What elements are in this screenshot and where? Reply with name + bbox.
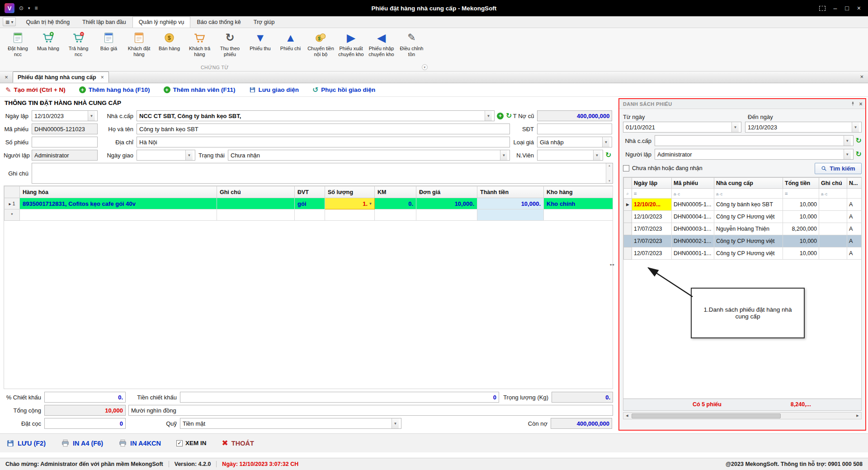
ho-va-ten-input[interactable]: Công ty bánh kẹo SBT: [137, 123, 510, 134]
col-thanh-tien[interactable]: Thành tiền: [477, 186, 544, 198]
cell-km[interactable]: [375, 209, 416, 221]
chevron-down-icon[interactable]: ▼: [593, 150, 600, 160]
cell-so-luong[interactable]: [325, 209, 375, 221]
ribbon-button-thu-theo-phieu[interactable]: ↻ Thu theo phiếu: [215, 29, 245, 58]
ribbon-button-phieu-xuat-chuyen-kho[interactable]: ▶ Phiếu xuất chuyển kho: [336, 29, 366, 58]
tab-thiet-lap-ban-dau[interactable]: Thiết lập ban đầu: [76, 16, 132, 28]
chevron-down-icon[interactable]: ▼: [185, 150, 193, 160]
filter-ngay-lap[interactable]: =: [632, 189, 672, 199]
cell-nha-cung-cap[interactable]: Công ty bánh kẹo SBT: [714, 199, 783, 211]
chevron-down-icon[interactable]: ▼: [602, 137, 609, 147]
preview-checkbox[interactable]: ✓ XEM IN: [176, 440, 207, 446]
chevron-down-icon[interactable]: ▼: [844, 136, 851, 146]
tab-tro-giup[interactable]: Trợ giúp: [247, 16, 281, 28]
chevron-down-icon[interactable]: ▼: [392, 418, 399, 428]
cell-km[interactable]: 0.: [375, 198, 416, 209]
cell-ngay-lap[interactable]: 17/07/2023: [632, 235, 672, 247]
cell-ghi-chu[interactable]: [819, 235, 847, 247]
ribbon-button-bao-gia[interactable]: Báo giá: [94, 29, 124, 52]
filter-ma-phieu[interactable]: a·c: [672, 189, 714, 199]
ribbon-button-phieu-chi[interactable]: ▲ Phiếu chi: [275, 29, 306, 52]
save-button[interactable]: LƯU (F2): [6, 439, 46, 447]
nhan-vien-combo[interactable]: ▼: [537, 150, 603, 161]
filter-tong-tien[interactable]: =: [783, 189, 819, 199]
dat-coc-input[interactable]: 0: [44, 418, 126, 429]
print-a4kcn-button[interactable]: IN A4KCN: [118, 439, 161, 447]
col-nguoi-lap-truncated[interactable]: N...: [847, 178, 862, 189]
cell-ghi-chu[interactable]: [819, 247, 847, 260]
phieu-row-3[interactable]: 17/07/2023 DHN00003-1... Nguyễn Hoàng Th…: [624, 223, 862, 235]
ribbon-button-ban-hang[interactable]: $ Bán hàng: [154, 29, 184, 52]
scrollbar-thumb[interactable]: [632, 413, 781, 418]
cell-tong-tien[interactable]: 10,000: [783, 235, 819, 247]
item-row[interactable]: ▸ 1 8935001712831, Cofitos kẹo cafe gói …: [5, 198, 613, 209]
cell-ghi-chu[interactable]: [217, 209, 295, 221]
cell-ngay-lap[interactable]: 17/07/2023: [632, 223, 672, 235]
cell-don-gia[interactable]: 10,000.: [416, 198, 477, 209]
scroll-right-icon[interactable]: ▶: [854, 413, 861, 419]
maximize-icon[interactable]: □: [845, 5, 849, 11]
save-layout-button[interactable]: Lưu giao diện: [249, 86, 299, 93]
close-icon[interactable]: ×: [857, 5, 861, 11]
sdt-input[interactable]: [537, 123, 612, 134]
ribbon-button-tra-hang-ncc[interactable]: Trả hàng ncc: [63, 29, 94, 58]
chevron-down-icon[interactable]: ▼: [368, 202, 373, 206]
filter-nha-cung-cap[interactable]: a·c: [714, 189, 783, 199]
pin-icon[interactable]: [850, 101, 855, 107]
chua-nhan-checkbox[interactable]: [623, 165, 629, 171]
so-phieu-input[interactable]: [32, 137, 98, 147]
minimize-icon[interactable]: –: [834, 5, 837, 11]
document-tab-active[interactable]: Phiếu đặt hàng nhà cung cấp ×: [13, 71, 109, 83]
cell-ma-phieu[interactable]: DHN00002-1...: [672, 235, 714, 247]
filter-extra[interactable]: [847, 189, 862, 199]
ghi-chu-input[interactable]: ▲▼: [32, 163, 613, 184]
cell-ma-phieu[interactable]: DHN00005-1...: [672, 199, 714, 211]
cell-ghi-chu[interactable]: [819, 199, 847, 211]
filter-ghi-chu[interactable]: a·c: [819, 189, 847, 199]
col-dvt[interactable]: ĐVT: [295, 186, 325, 198]
cell-extra[interactable]: A: [847, 235, 862, 247]
tab-bao-cao-thong-ke[interactable]: Báo cáo thống kê: [190, 16, 247, 28]
cell-tong-tien[interactable]: 10,000: [783, 211, 819, 223]
cell-nha-cung-cap[interactable]: Công ty CP Hương việt: [714, 235, 783, 247]
add-employee-button[interactable]: + Thêm nhân viên (F11): [164, 86, 236, 93]
close-icon[interactable]: ×: [860, 73, 863, 80]
horizontal-scrollbar[interactable]: ◀ ▶: [623, 412, 862, 419]
panel-nguoi-lap-combo[interactable]: Administrator ▼: [655, 149, 854, 160]
col-ghi-chu[interactable]: Ghi chú: [819, 178, 847, 189]
ribbon-button-phieu-thu[interactable]: ▼ Phiếu thu: [245, 29, 275, 52]
refresh-icon[interactable]: ↻: [856, 151, 862, 158]
ngay-lap-combo[interactable]: 12/10/2023 ▼: [32, 110, 98, 121]
tu-ngay-combo[interactable]: 01/10/2021 ▼: [623, 122, 741, 133]
cell-tong-tien[interactable]: 8,200,000: [783, 223, 819, 235]
refresh-icon[interactable]: ↻: [506, 112, 512, 119]
nha-cung-cap-combo[interactable]: NCC CT SBT, Công ty bánh kẹo SBT, ▼: [137, 110, 495, 121]
create-new-button[interactable]: ✎ Tạo mới (Ctrl + N): [5, 86, 66, 94]
cell-dvt[interactable]: [295, 209, 325, 221]
close-icon[interactable]: ×: [101, 74, 104, 81]
col-don-gia[interactable]: Đơn giá: [416, 186, 477, 198]
phieu-row-4-selected[interactable]: 17/07/2023 DHN00002-1... Công ty CP Hươn…: [624, 235, 862, 247]
phieu-row-1[interactable]: ▶ 12/10/20... DHN00005-1... Công ty bánh…: [624, 199, 862, 211]
cell-thanh-tien[interactable]: 10,000.: [477, 198, 544, 209]
ribbon-button-dieu-chinh-ton[interactable]: ✎ Điều chỉnh tồn: [396, 29, 427, 58]
chevron-down-icon[interactable]: ▼: [485, 111, 492, 121]
checkbox-checked-icon[interactable]: ✓: [176, 440, 183, 446]
add-item-button[interactable]: + Thêm hàng hóa (F10): [79, 86, 150, 93]
chevron-down-icon[interactable]: ▼: [500, 150, 507, 160]
scroll-left-icon[interactable]: ◀: [623, 413, 631, 419]
cell-hang-hoa[interactable]: [20, 209, 217, 221]
cell-ghi-chu[interactable]: [217, 198, 295, 209]
loai-gia-combo[interactable]: Giá nhập ▼: [537, 137, 612, 147]
trang-thai-combo[interactable]: Chưa nhận ▼: [228, 150, 510, 161]
chevron-down-icon[interactable]: ▼: [731, 122, 739, 132]
auto-filter-row[interactable]: ⌕ = a·c a·c = a·c: [624, 189, 862, 199]
phieu-row-5[interactable]: 12/07/2023 DHN00001-1... Công ty CP Hươn…: [624, 247, 862, 260]
cell-ngay-lap[interactable]: 12/07/2023: [632, 247, 672, 260]
cell-extra[interactable]: A: [847, 199, 862, 211]
ribbon-button-khach-dat-hang[interactable]: Khách đặt hàng: [124, 29, 154, 58]
cell-ma-phieu[interactable]: DHN00001-1...: [672, 247, 714, 260]
cell-ma-phieu[interactable]: DHN00003-1...: [672, 223, 714, 235]
col-km[interactable]: KM: [375, 186, 416, 198]
scroll-arrows-icon[interactable]: ▲▼: [606, 163, 613, 183]
